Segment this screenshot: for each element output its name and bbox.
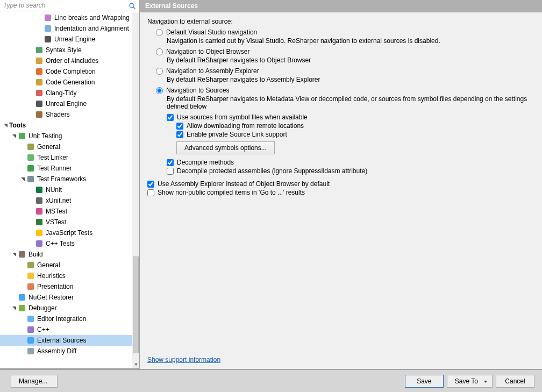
- checkbox[interactable]: [167, 114, 174, 121]
- tree-item[interactable]: C++: [0, 324, 139, 335]
- tree-item[interactable]: Test Linker: [0, 152, 139, 163]
- tree-item-label: Test Runner: [37, 165, 72, 172]
- expander-icon[interactable]: [11, 133, 17, 139]
- search-input[interactable]: [0, 0, 139, 11]
- tree-item-label: Unit Testing: [28, 132, 62, 140]
- tree-item[interactable]: Editor Integration: [0, 313, 139, 324]
- radio[interactable]: [156, 29, 163, 36]
- tree-item[interactable]: xUnit.net: [0, 195, 139, 206]
- nav-radio-1[interactable]: Navigation to Object Browser: [156, 48, 534, 55]
- expander-icon[interactable]: [11, 305, 17, 311]
- tree-item[interactable]: External Sources: [0, 335, 139, 346]
- manage-button[interactable]: Manage...: [11, 375, 58, 388]
- use-symbol-files-checkbox[interactable]: Use sources from symbol files when avail…: [167, 113, 534, 121]
- tree-item[interactable]: General: [0, 260, 139, 270]
- radio[interactable]: [156, 87, 163, 94]
- radio[interactable]: [156, 68, 163, 75]
- tree-item[interactable]: Debugger: [0, 303, 139, 313]
- tree-item[interactable]: VSTest: [0, 217, 139, 227]
- tree-item[interactable]: Unreal Engine: [0, 34, 139, 45]
- checkbox[interactable]: [147, 181, 154, 188]
- tree-item[interactable]: General: [0, 141, 139, 152]
- tree-item-label: Syntax Style: [46, 46, 82, 54]
- svg-rect-32: [27, 348, 34, 354]
- tree-item[interactable]: Clang-Tidy: [0, 88, 139, 98]
- svg-rect-3: [45, 25, 51, 32]
- tree-item[interactable]: Code Completion: [0, 66, 139, 77]
- tree-item[interactable]: Test Frameworks: [0, 174, 139, 184]
- expander-icon: [37, 25, 43, 32]
- private-sourcelink-checkbox[interactable]: Enable private Source Link support: [176, 131, 534, 138]
- tree-item[interactable]: Presentation: [0, 281, 139, 292]
- sidebar-scrollbar[interactable]: [132, 13, 139, 368]
- svg-rect-6: [36, 58, 42, 64]
- decompile-methods-checkbox[interactable]: Decompile methods: [167, 159, 534, 166]
- tree-item[interactable]: C++ Tests: [0, 238, 139, 249]
- tree-item[interactable]: Heuristics: [0, 270, 139, 281]
- checkbox-label: Decompile protected assemblies (ignore S…: [177, 167, 367, 175]
- checkbox[interactable]: [167, 168, 174, 175]
- tree-item-icon: [35, 99, 44, 108]
- tree-item[interactable]: Unit Testing: [0, 131, 139, 141]
- tree-item[interactable]: Indentation and Alignment: [0, 23, 139, 34]
- nav-radio-2[interactable]: Navigation to Assembly Explorer: [156, 67, 534, 75]
- use-assembly-explorer-checkbox[interactable]: Use Assembly Explorer instead of Object …: [147, 180, 534, 188]
- tree-item[interactable]: Assembly Diff: [0, 346, 139, 357]
- tree-item[interactable]: Test Runner: [0, 163, 139, 174]
- radio[interactable]: [156, 48, 163, 55]
- checkbox[interactable]: [176, 131, 183, 138]
- svg-rect-20: [36, 219, 42, 225]
- nav-radio-3[interactable]: Navigation to Sources: [156, 87, 534, 94]
- expander-icon[interactable]: [2, 122, 9, 129]
- decompile-protected-checkbox[interactable]: Decompile protected assemblies (ignore S…: [167, 167, 534, 175]
- tree-item[interactable]: JavaScript Tests: [0, 227, 139, 238]
- save-to-button[interactable]: Save To: [447, 375, 493, 388]
- tree-item[interactable]: Build: [0, 249, 139, 260]
- expander-icon[interactable]: [19, 176, 26, 182]
- nav-radio-0[interactable]: Default Visual Studio navigation: [156, 28, 534, 36]
- cancel-button[interactable]: Cancel: [496, 375, 534, 388]
- expander-icon: [37, 36, 43, 42]
- radio-desc: Navigation is carried out by Visual Stud…: [167, 37, 534, 45]
- expander-icon: [19, 154, 26, 161]
- svg-rect-28: [19, 305, 25, 311]
- svg-rect-2: [45, 15, 51, 21]
- checkbox[interactable]: [167, 159, 174, 166]
- svg-rect-23: [19, 251, 25, 258]
- expander-icon: [19, 262, 26, 268]
- expander-icon: [19, 316, 26, 322]
- tree-item-icon: [18, 132, 26, 140]
- svg-rect-11: [36, 111, 42, 118]
- save-button[interactable]: Save: [405, 375, 444, 388]
- expander-icon: [19, 337, 26, 344]
- tree-item-icon: [26, 282, 35, 291]
- support-link[interactable]: Show support information: [147, 356, 220, 364]
- show-nonpublic-checkbox[interactable]: Show non-public compiled items in 'Go to…: [147, 189, 534, 196]
- tree-item[interactable]: Order of #includes: [0, 55, 139, 66]
- tree-item[interactable]: MSTest: [0, 206, 139, 217]
- tree-item[interactable]: NUnit: [0, 184, 139, 195]
- tree-item[interactable]: Code Generation: [0, 77, 139, 88]
- svg-rect-19: [36, 208, 42, 215]
- checkbox[interactable]: [176, 123, 183, 130]
- expander-icon: [19, 165, 26, 172]
- allow-remote-checkbox[interactable]: Allow downloading from remote locations: [176, 122, 534, 130]
- scrollbar-down-icon[interactable]: [132, 361, 139, 368]
- tree-item[interactable]: Unreal Engine: [0, 98, 139, 109]
- checkbox[interactable]: [147, 189, 154, 196]
- expander-icon[interactable]: [11, 251, 17, 258]
- tree-item[interactable]: NuGet Restorer: [0, 292, 139, 303]
- tree-item-icon: [44, 13, 52, 22]
- advanced-symbols-button[interactable]: Advanced symbols options...: [176, 141, 275, 154]
- tree-item[interactable]: Line breaks and Wrapping: [0, 12, 139, 23]
- checkbox-label: Enable private Source Link support: [187, 131, 287, 138]
- tree-item[interactable]: Tools: [0, 120, 139, 131]
- search-icon[interactable]: [127, 1, 137, 11]
- tree-item[interactable]: Syntax Style: [0, 45, 139, 55]
- svg-rect-16: [27, 176, 34, 182]
- tree[interactable]: Line breaks and WrappingIndentation and …: [0, 11, 139, 368]
- tree-item[interactable]: Shaders: [0, 109, 139, 120]
- sidebar: Line breaks and WrappingIndentation and …: [0, 0, 140, 369]
- scrollbar-thumb[interactable]: [133, 256, 139, 353]
- tree-item-icon: [26, 272, 35, 280]
